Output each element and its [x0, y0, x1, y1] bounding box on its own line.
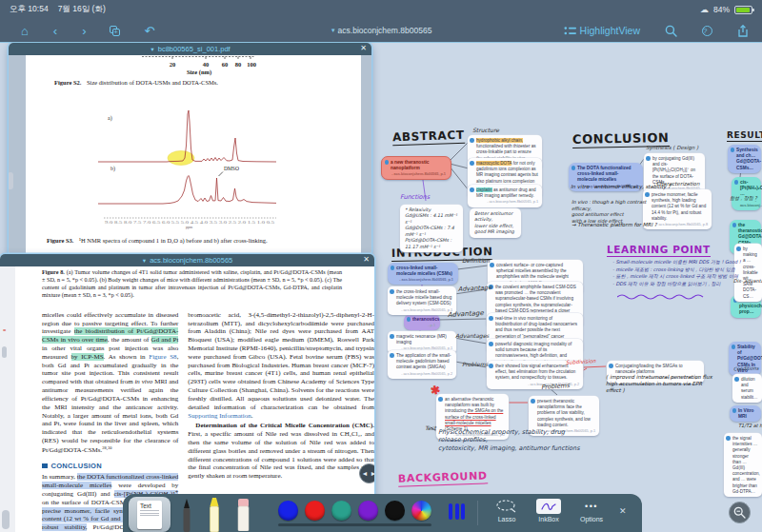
- inkbox-tool-button[interactable]: InkBox: [530, 499, 568, 522]
- note-handwriting: Synthesis ( Design ): [646, 145, 698, 151]
- annotation-marker-red[interactable]: ≡: [3, 327, 6, 333]
- ppm-label: ppm: [186, 225, 193, 229]
- note-pill[interactable]: In Vitro MRI: [730, 405, 761, 422]
- note-bubble[interactable]: * RelaxivityGd@USMs : 4.11 mM⁻¹ s⁻¹Gd@DO…: [400, 205, 463, 252]
- lasso-label: Lasso: [498, 516, 516, 522]
- cloud-status-icon: ☁: [700, 5, 709, 14]
- pen-toolbar: Text Lasso InkBox ••• Options ✕: [123, 494, 642, 532]
- note-handwriting: → Theranostic platform for MRI ?: [572, 222, 657, 228]
- forward-button[interactable]: ›: [82, 25, 86, 37]
- text-tool-icon: Text: [137, 501, 162, 529]
- ppm-ticks: 9.0 8.5 8.0 7.5 7.0 6.5 6.0 5.5 5.0 4.5 …: [105, 221, 275, 225]
- battery-percent: 84%: [713, 5, 730, 14]
- note-pill[interactable]: cross-linked small-molecule micelles (CS…: [388, 263, 458, 285]
- note-handwriting: 합성 , 장점 ?: [730, 195, 757, 202]
- undo-button[interactable]: ↶: [145, 25, 155, 37]
- note-bubble[interactable]: the signal intensities … generally stron…: [724, 433, 762, 497]
- close-icon[interactable]: ✕: [360, 44, 367, 52]
- dropdown-icon: ▼: [331, 28, 336, 33]
- options-button[interactable]: ••• Options: [572, 499, 612, 522]
- dropdown-icon: ▼: [150, 47, 154, 52]
- note-handwriting: Advantage: [448, 309, 484, 320]
- date: 7월 16일 (화): [58, 4, 106, 15]
- home-button[interactable]: ⌂: [21, 25, 29, 37]
- color-swatch[interactable]: [358, 501, 378, 521]
- pdf-page-si: 20 40 60 80 100 Size (nm) Figure S2. Siz…: [9, 55, 371, 256]
- note-bubble[interactable]: cisplatin as antitumor drug and MR imagi…: [468, 185, 542, 207]
- paragraph: bromoacetic acid, 3-(4,5-dimethyl-2-thia…: [188, 311, 374, 421]
- note-heading: BACKGROUND: [398, 469, 488, 486]
- dmso-label: DMSO: [224, 166, 239, 171]
- help-button[interactable]: ?: [702, 26, 712, 36]
- nav-bar: ⌂ ‹ › + ↶ ▼acs.bioconjchem.8b00565 Highl…: [0, 19, 762, 43]
- note-handwriting: In vitro : antitumor efficacy, stability…: [571, 184, 671, 190]
- search-button[interactable]: [665, 25, 677, 37]
- color-swatch[interactable]: [411, 501, 431, 521]
- spectrum-a-label: a): [108, 115, 112, 122]
- eraser-tool-icon[interactable]: [236, 499, 251, 531]
- palette-underline: [278, 523, 431, 526]
- zoom-button[interactable]: [729, 502, 751, 523]
- note-handwriting: Advantages: [455, 332, 490, 340]
- note-bubble[interactable]: The application of the small-molecule ga…: [388, 350, 456, 379]
- share-icon: [737, 25, 749, 37]
- inkbox-label: InkBox: [538, 516, 558, 522]
- note-pill[interactable]: a new theranostic nanoplatform- acs.bioc…: [381, 156, 451, 180]
- highlight-view-button[interactable]: HighlightView: [564, 25, 640, 36]
- paragraph: micelles could effectively accumulate in…: [42, 311, 178, 455]
- close-icon[interactable]: ✕: [363, 255, 370, 264]
- highlight-list-icon: [564, 26, 576, 36]
- color-swatch[interactable]: [305, 501, 325, 521]
- battery-icon: [734, 6, 752, 14]
- yellow-highlight-blob: [168, 151, 194, 166]
- options-label: Options: [580, 516, 603, 522]
- note-handwriting: In vivo : though a high contrast efficac…: [572, 199, 648, 224]
- color-swatch[interactable]: [278, 501, 298, 521]
- figure-s2-caption: Size distribution of DOTA-USMs and DOTA-…: [87, 79, 218, 86]
- window-title: bc8b00565_si_001.pdf: [158, 45, 231, 53]
- figure-s2-caption-label: Figure S2.: [54, 79, 82, 86]
- note-heading: RESULT AND: [727, 130, 762, 142]
- window-side-handle[interactable]: [9, 172, 13, 189]
- note-bubble[interactable]: Better antitumor activity,lower side eff…: [470, 208, 521, 238]
- window-resize-handle[interactable]: ◄►: [359, 463, 374, 483]
- pdf-window-supporting-info[interactable]: ▼ bc8b00565_si_001.pdf ✕ 20 40 60 80 100…: [9, 43, 371, 256]
- figure8-caption-label: Figure 8.: [42, 268, 65, 275]
- window-title-bar[interactable]: ▼ bc8b00565_si_001.pdf ✕: [9, 43, 371, 55]
- s2-tick: 40: [203, 61, 210, 68]
- color-palette: [278, 501, 431, 521]
- note-handwriting: Conditions: [733, 365, 759, 372]
- app-screen: 오후 10:54 7월 16일 (화) ☁ 84% ⌂ ‹ › + ↶ ▼acs…: [0, 0, 762, 532]
- learning-point-list: - Small-molecule micelle 이용한 MRI DDS 가능 …: [612, 259, 741, 287]
- annotation-sidebar: [0, 266, 15, 532]
- highlighter-tool-icon[interactable]: [206, 498, 223, 532]
- note-bubble[interactable]: dilution and serum stabilit…: [732, 374, 762, 403]
- toolbar-close-icon[interactable]: ✕: [619, 506, 627, 516]
- back-button[interactable]: ‹: [53, 25, 57, 37]
- highlight-view-label: HighlightView: [580, 25, 640, 36]
- paragraph: Determination of the Critical Micelle Co…: [188, 422, 374, 481]
- stroke-width-icon[interactable]: [449, 503, 465, 520]
- pdf-window-article[interactable]: ▼ acs.bioconjchem.8b00565 ✕ ≡ Figure 8. …: [0, 254, 374, 532]
- note-handwriting: Structure: [472, 127, 499, 134]
- note-handwriting: Problems: [462, 361, 489, 368]
- window-title-bar[interactable]: ▼ acs.bioconjchem.8b00565 ✕: [0, 254, 374, 266]
- text-tool-button[interactable]: Text: [129, 497, 170, 532]
- section-square-icon: [42, 463, 48, 469]
- share-button[interactable]: [737, 25, 749, 37]
- color-swatch[interactable]: [331, 501, 351, 521]
- pen-tool-icon[interactable]: [179, 498, 194, 532]
- annotation-handle[interactable]: [2, 346, 7, 358]
- magnifier-icon: [733, 506, 746, 519]
- note-handwriting: Problems: [541, 382, 570, 392]
- note-heading: LEARNING POINT: [607, 244, 711, 257]
- note-pill[interactable]: cis-[Pt(NH₃)₂Cl(OH₂)]⁺ …- acs.bioconj…: [732, 177, 761, 210]
- note-pill[interactable]: Synthesis and ch… Gd@DOTA-CSMs…: [728, 145, 761, 173]
- lasso-tool-button[interactable]: Lasso: [488, 499, 526, 522]
- note-pill[interactable]: theranostics- p.1: [404, 314, 440, 330]
- note-bubble[interactable]: the cross-linked small-molecule micelle …: [388, 286, 456, 315]
- color-swatch[interactable]: [385, 501, 405, 521]
- annotation-handle[interactable]: [2, 510, 10, 529]
- s2-axis-label: Size (nm): [187, 69, 211, 76]
- windows-add-icon[interactable]: +: [110, 26, 120, 36]
